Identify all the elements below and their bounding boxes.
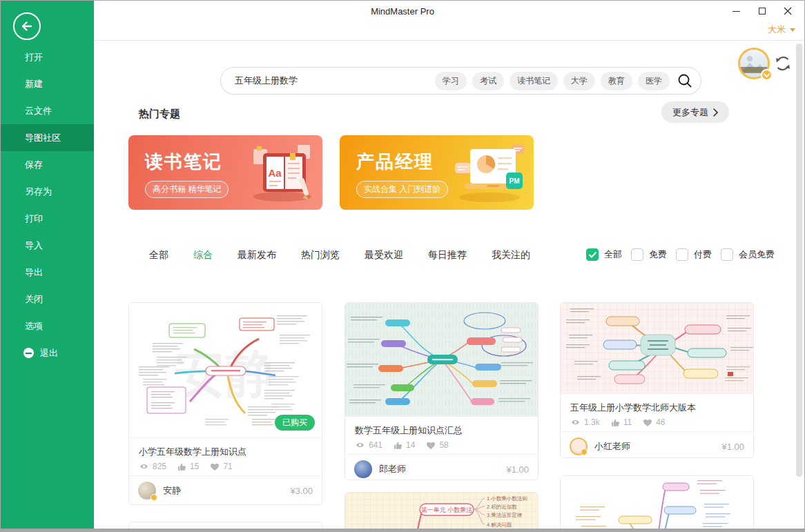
header-divider xyxy=(94,40,804,41)
close-icon xyxy=(784,7,792,15)
tab-following[interactable]: 我关注的 xyxy=(492,249,530,262)
tab-most-popular[interactable]: 最受欢迎 xyxy=(365,249,403,262)
author-avatar[interactable] xyxy=(354,460,372,478)
author-row: 郎老师 ¥1.00 xyxy=(345,454,538,480)
tab-comprehensive[interactable]: 综合 xyxy=(193,249,213,262)
views-stat: 1.3k xyxy=(570,417,600,427)
checkbox-unchecked-icon xyxy=(721,248,733,261)
sidebar-item-print[interactable]: 打印 xyxy=(1,205,94,232)
thumb-up-icon xyxy=(177,462,186,471)
mindmap-preview-image xyxy=(345,303,538,416)
sync-button[interactable] xyxy=(773,54,793,73)
mindmap-thumbnail[interactable]: 第一单元 小数乘法 1.小数乘小数法则 2.积的近似数 3.乘法运算定律 4.解… xyxy=(345,493,538,532)
search-button[interactable] xyxy=(677,73,692,88)
search-icon xyxy=(677,73,692,88)
checkbox-paid[interactable]: 付费 xyxy=(676,248,712,261)
checkbox-member-free[interactable]: 会员免费 xyxy=(721,248,775,261)
views-stat: 641 xyxy=(355,440,382,450)
sidebar-item-save[interactable]: 保存 xyxy=(1,151,94,178)
price-filters: 全部 免费 付费 会员免费 xyxy=(586,248,775,261)
search-tag[interactable]: 考试 xyxy=(472,72,504,90)
account-avatar[interactable] xyxy=(738,48,770,79)
vertical-scrollbar[interactable] xyxy=(796,43,802,477)
mindmap-preview-image xyxy=(561,303,753,393)
vip-badge-icon xyxy=(581,449,588,455)
search-tag[interactable]: 大学 xyxy=(563,72,595,90)
filter-tabs: 全部 综合 最新发布 热门浏览 最受欢迎 每日推荐 我关注的 xyxy=(149,249,530,262)
banner-reading-notes[interactable]: 读书笔记 高分书籍 精华笔记 Aa xyxy=(128,135,322,210)
card-title[interactable]: 数学五年级上册知识点汇总 xyxy=(355,424,528,436)
sidebar-item-new[interactable]: 新建 xyxy=(1,70,94,97)
more-topics-button[interactable]: 更多专题 xyxy=(661,101,729,123)
mindmap-card[interactable]: 第一单元 小数乘法 1.小数乘小数法则 2.积的近似数 3.乘法运算定律 4.解… xyxy=(345,492,539,532)
banner-subtitle: 高分书籍 精华笔记 xyxy=(145,181,229,198)
sidebar-item-cloud-files[interactable]: 云文件 xyxy=(1,97,94,124)
heart-icon xyxy=(426,441,436,450)
banner-product-manager[interactable]: 产品经理 实战合集 入门到进阶 PM xyxy=(340,135,534,210)
window-controls xyxy=(724,1,800,21)
search-tag[interactable]: 学习 xyxy=(435,72,467,90)
mindmap-card[interactable]: 五年级上册小学数学北师大版本 1.3k 11 46 小红老师 ¥1.00 xyxy=(560,302,754,458)
sidebar-item-import[interactable]: 导入 xyxy=(1,232,94,259)
checkbox-all[interactable]: 全部 xyxy=(586,248,622,261)
banner-title: 产品经理 xyxy=(356,150,434,174)
app-window: MindMaster Pro 打开 新建 云文件 导图社区 保存 另存为 打印 … xyxy=(0,0,805,532)
card-title[interactable]: 五年级上册小学数学北师大版本 xyxy=(570,402,744,413)
close-button[interactable] xyxy=(775,1,800,21)
mindmap-thumbnail[interactable]: 安静 xyxy=(129,303,322,438)
author-avatar[interactable] xyxy=(570,437,588,455)
mindmap-thumbnail[interactable] xyxy=(561,476,753,532)
search-tag[interactable]: 读书笔记 xyxy=(510,72,558,90)
hearts-stat: 46 xyxy=(643,417,665,427)
likes-stat: 11 xyxy=(611,417,632,427)
search-bar: 学习 考试 读书笔记 大学 教育 医学 xyxy=(220,67,701,95)
search-tag[interactable]: 医学 xyxy=(638,72,670,90)
author-name[interactable]: 小红老师 xyxy=(594,440,630,453)
tab-hot-views[interactable]: 热门浏览 xyxy=(301,249,340,262)
maximize-icon xyxy=(759,8,766,14)
tab-newest[interactable]: 最新发布 xyxy=(237,249,276,262)
mindmap-card[interactable]: 安静 xyxy=(128,302,322,505)
card-title[interactable]: 小学五年级数学上册知识点 xyxy=(139,446,312,457)
search-tags: 学习 考试 读书笔记 大学 教育 医学 xyxy=(435,72,670,90)
sidebar-item-community[interactable]: 导图社区 xyxy=(1,124,94,151)
thumb-up-icon xyxy=(394,441,402,450)
sidebar-item-export[interactable]: 导出 xyxy=(1,259,94,286)
sidebar-item-save-as[interactable]: 另存为 xyxy=(1,178,94,205)
search-input[interactable] xyxy=(235,76,394,86)
author-name[interactable]: 安静 xyxy=(163,484,181,497)
eye-icon xyxy=(355,441,365,449)
mindmap-thumbnail[interactable] xyxy=(561,303,753,394)
more-topics-label: 更多专题 xyxy=(672,106,708,119)
maximize-button[interactable] xyxy=(749,1,775,21)
sidebar-item-exit[interactable]: 退出 xyxy=(1,339,94,366)
mindmap-card[interactable]: 数学五年级上册知识点汇总 641 14 58 郎老师 ¥1.00 xyxy=(345,302,539,480)
tab-daily-picks[interactable]: 每日推荐 xyxy=(428,249,467,262)
author-name[interactable]: 郎老师 xyxy=(379,463,406,475)
minimize-icon xyxy=(733,11,740,12)
avatar-dropdown-badge[interactable] xyxy=(761,69,773,81)
sidebar-item-open[interactable]: 打开 xyxy=(1,43,94,70)
sidebar-item-options[interactable]: 选项 xyxy=(1,313,94,339)
checkbox-unchecked-icon xyxy=(676,248,688,261)
mindmap-card[interactable] xyxy=(560,475,754,532)
mindmap-thumbnail[interactable] xyxy=(345,303,538,417)
svg-text:3.乘法运算定律: 3.乘法运算定律 xyxy=(487,512,523,518)
search-tag[interactable]: 教育 xyxy=(601,72,632,90)
eye-icon xyxy=(570,418,581,426)
section-heading: 热门专题 xyxy=(139,108,180,121)
back-button[interactable] xyxy=(12,12,41,41)
chevron-down-icon xyxy=(764,70,770,77)
price-label: ¥1.00 xyxy=(721,442,744,452)
minimize-button[interactable] xyxy=(724,1,749,21)
user-menu[interactable]: 大米 xyxy=(768,23,795,36)
tab-all[interactable]: 全部 xyxy=(149,249,168,262)
author-avatar[interactable] xyxy=(138,482,156,500)
sidebar-item-close[interactable]: 关闭 xyxy=(1,286,94,313)
sidebar-menu: 打开 新建 云文件 导图社区 保存 另存为 打印 导入 导出 关闭 选项 退出 xyxy=(1,43,94,366)
checkbox-free[interactable]: 免费 xyxy=(631,248,667,261)
svg-text:第一单元 小数乘法: 第一单元 小数乘法 xyxy=(421,506,473,513)
views-stat: 825 xyxy=(139,462,166,471)
likes-stat: 15 xyxy=(177,462,199,471)
thumb-up-icon xyxy=(611,418,620,427)
